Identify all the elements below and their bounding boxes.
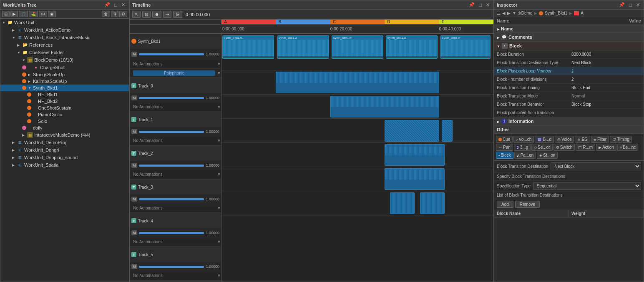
toolbar-btn-3[interactable]: 🎵 bbox=[19, 11, 28, 17]
insp-float-btn[interactable]: □ bbox=[628, 2, 633, 8]
breadcrumb-fwd-btn[interactable]: ▶ bbox=[507, 11, 511, 15]
volume-slider-main[interactable] bbox=[139, 53, 204, 55]
audio-clip-t2[interactable] bbox=[385, 120, 439, 142]
tab-switch[interactable]: ⚙ Switch bbox=[553, 144, 575, 151]
link-btn[interactable]: ⛓ bbox=[173, 11, 182, 18]
breadcrumb-menu-btn[interactable]: ☰ bbox=[497, 11, 501, 15]
tab-paon[interactable]: ◭ Pa...on bbox=[514, 152, 536, 159]
mute-btn-1[interactable]: M bbox=[131, 129, 137, 134]
tab-block[interactable]: ▪ Block bbox=[496, 152, 513, 159]
audio-clip-a3[interactable]: Synth_Bkd1.w bbox=[332, 35, 383, 59]
tree-item-intaractive[interactable]: ▦ IntaractiveMusicDemo (4/4) bbox=[0, 131, 129, 139]
tree-item-oneshotsustain[interactable]: OneShotSustain bbox=[0, 105, 129, 111]
tab-filter[interactable]: ◈ Filter bbox=[591, 136, 609, 143]
tree-item-chargeshot[interactable]: ● ChargeShot bbox=[0, 64, 129, 71]
tab-bd[interactable]: ▦ B...d bbox=[535, 136, 554, 143]
tree-item-cuesheet[interactable]: 📁 CueSheet Folder bbox=[0, 49, 129, 56]
tree-item-wu-spatial[interactable]: ⊞ WorkUnit_Spatial bbox=[0, 161, 129, 169]
breadcrumb-filter-btn[interactable]: ▼ bbox=[512, 11, 516, 15]
audio-clip-a1[interactable]: Synth_Bkd1.w bbox=[222, 35, 274, 59]
audio-clip-t2b[interactable] bbox=[442, 120, 453, 142]
tree-item-stringsscaleup[interactable]: StringsScaleUp bbox=[0, 71, 129, 78]
prop-val-prohibited[interactable] bbox=[569, 109, 644, 117]
toolbar-btn-2[interactable]: ▶ bbox=[10, 11, 18, 17]
tl-close-btn[interactable]: ✕ bbox=[485, 2, 491, 8]
tab-cue[interactable]: Cue bbox=[496, 136, 513, 143]
toolbar-btn-1[interactable]: ⊞ bbox=[2, 11, 10, 17]
tab-rm[interactable]: ◫ R...m bbox=[576, 144, 595, 151]
volume-slider-2[interactable] bbox=[139, 165, 204, 167]
audio-clip-t0[interactable] bbox=[276, 72, 439, 93]
tree-item-hh-bkd1[interactable]: HH_Bkd1 bbox=[0, 91, 129, 98]
volume-slider-4[interactable] bbox=[139, 232, 204, 234]
block-transition-dest-select[interactable]: Next Block bbox=[551, 162, 641, 170]
record-btn[interactable]: ⏺ bbox=[152, 11, 161, 18]
breadcrumb-kdemo[interactable]: :kDemo bbox=[518, 11, 532, 15]
tab-voch[interactable]: ♪ Vo...ch bbox=[513, 136, 534, 143]
tree-item-wu-action[interactable]: ⊞ WorkUnit_ActionDemo bbox=[0, 26, 129, 34]
volume-slider-0[interactable] bbox=[139, 97, 204, 99]
float-btn[interactable]: □ bbox=[113, 2, 118, 8]
section-header-block[interactable]: ▪ Block bbox=[494, 42, 644, 50]
pin-btn[interactable]: 📌 bbox=[103, 2, 111, 8]
cursor-tool[interactable]: ↖ bbox=[132, 11, 141, 18]
audio-clip-a5[interactable]: Synth_Bkd1.w bbox=[440, 35, 491, 59]
breadcrumb-block[interactable]: A bbox=[581, 11, 584, 15]
spec-type-select[interactable]: Sequential bbox=[533, 182, 641, 190]
volume-slider-5[interactable] bbox=[139, 266, 204, 268]
toolbar-btn-6[interactable]: ◉ bbox=[48, 11, 56, 17]
tab-pan[interactable]: ↔ Pan bbox=[496, 144, 513, 151]
tree-item-solo[interactable]: Solo bbox=[0, 118, 129, 125]
tree-item-wu-dripping[interactable]: ⊞ WorkUnit_Dripping_sound bbox=[0, 154, 129, 161]
tree-item-blockdemo[interactable]: ▦ BlockDemo (10/10) bbox=[0, 56, 129, 64]
tree-item-references[interactable]: 📂 References bbox=[0, 41, 129, 49]
tl-pin-btn[interactable]: 📌 bbox=[468, 2, 476, 8]
tree-item-wu-block[interactable]: ⊞ WorkUnit_Block_IntarativeMusic bbox=[0, 34, 129, 41]
audio-clip-t3[interactable] bbox=[385, 144, 444, 166]
tree-item-wu-dongri[interactable]: ⊞ WorkUnit_Dongri bbox=[0, 146, 129, 154]
tab-seor[interactable]: ◇ Se...or bbox=[531, 144, 552, 151]
breadcrumb-back-btn[interactable]: ◀ bbox=[502, 11, 506, 15]
toolbar-sort-btn[interactable]: ⇅ bbox=[111, 11, 118, 17]
polyphonic-btn[interactable]: Polyphonic bbox=[133, 70, 215, 76]
tree-item-wu-demoproj[interactable]: ⊞ WorkUnit_DemoProj bbox=[0, 139, 129, 146]
mute-btn-5[interactable]: M bbox=[131, 264, 137, 269]
mute-btn-0[interactable]: M bbox=[131, 95, 137, 100]
breadcrumb-synth[interactable]: Synth_Bkd1 bbox=[545, 11, 567, 15]
tree-item-hh-bkd2[interactable]: HH_Bkd2 bbox=[0, 98, 129, 105]
snap-btn[interactable]: ⇥ bbox=[163, 11, 171, 18]
tab-voice[interactable]: ◎ Voice bbox=[555, 136, 574, 143]
tab-eg[interactable]: ≋ EG bbox=[575, 136, 590, 143]
audio-clip-a2[interactable]: Synth_Bkd1.w bbox=[277, 35, 329, 59]
volume-slider-1[interactable] bbox=[139, 131, 204, 133]
toolbar-settings-btn[interactable]: ⚙ bbox=[119, 11, 127, 17]
tab-3g[interactable]: 3 3...g bbox=[514, 144, 531, 151]
remove-destination-btn[interactable]: Remove bbox=[515, 201, 540, 208]
audio-clip-a4[interactable]: Synth_Bkd1.w bbox=[386, 35, 438, 59]
audio-clip-t5a[interactable] bbox=[390, 192, 415, 214]
mute-btn-main[interactable]: M bbox=[131, 52, 137, 57]
toolbar-btn-5[interactable]: 🏷 bbox=[39, 11, 47, 17]
tree-item-kalimbascaleup[interactable]: KalimbaScaleUp bbox=[0, 78, 129, 85]
tree-item-workunit[interactable]: 📁 Work Unit bbox=[0, 19, 129, 26]
close-btn[interactable]: ✕ bbox=[120, 2, 126, 8]
section-header-info[interactable]: ℹ Information bbox=[494, 117, 644, 126]
tree-item-synth-bkd1[interactable]: Synth_Bkd1 bbox=[0, 85, 129, 91]
mute-btn-4[interactable]: M bbox=[131, 230, 137, 235]
add-destination-btn[interactable]: Add bbox=[497, 201, 513, 208]
mute-btn-2[interactable]: M bbox=[131, 163, 137, 168]
tab-benc[interactable]: ≡ Be...nc bbox=[617, 144, 638, 151]
tree-item-dolly[interactable]: dolly bbox=[0, 125, 129, 131]
tab-action[interactable]: ▶ Action bbox=[596, 144, 616, 151]
tab-timing[interactable]: ⏱ Timing bbox=[610, 136, 632, 143]
toolbar-btn-4[interactable]: ⛳ bbox=[29, 11, 38, 17]
section-header-name[interactable]: Name bbox=[494, 25, 644, 33]
insp-pin-btn[interactable]: 📌 bbox=[618, 2, 626, 8]
toolbar-delete-btn[interactable]: 🗑 bbox=[102, 11, 110, 17]
insp-close-btn[interactable]: ✕ bbox=[635, 2, 641, 8]
audio-clip-t1[interactable] bbox=[330, 96, 439, 117]
section-header-comments[interactable]: 💬 Comments bbox=[494, 33, 644, 42]
section-header-other[interactable]: Other bbox=[494, 126, 644, 134]
mute-btn-3[interactable]: M bbox=[131, 197, 137, 202]
tab-ston[interactable]: ◈ St...on bbox=[537, 152, 558, 159]
